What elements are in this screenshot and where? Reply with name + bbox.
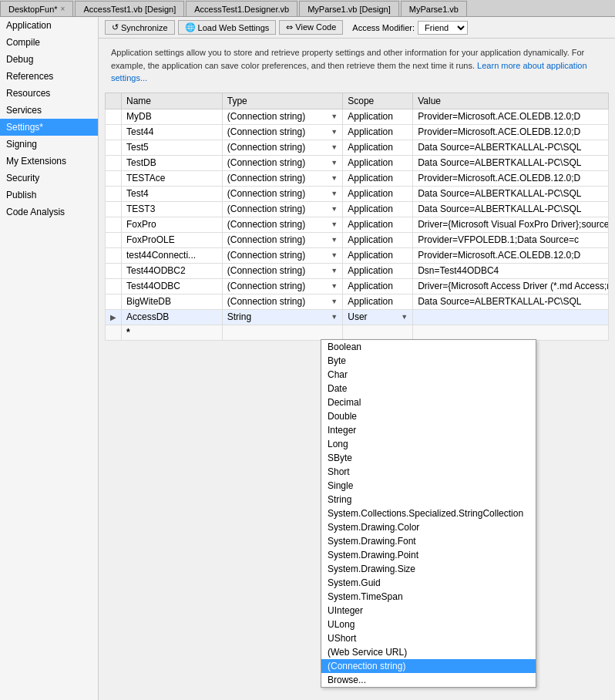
dropdown-item--web-service-url-[interactable]: (Web Service URL) <box>321 645 536 659</box>
table-row[interactable]: FoxProOLE(Connection string)▼Application… <box>106 232 609 247</box>
dropdown-item-browse---[interactable]: Browse... <box>321 673 536 687</box>
new-row-cell-0[interactable] <box>106 325 122 340</box>
dropdown-item-system-guid[interactable]: System.Guid <box>321 576 536 590</box>
sidebar-item-references[interactable]: References <box>0 68 98 85</box>
dropdown-item-system-drawing-size[interactable]: System.Drawing.Size <box>321 562 536 576</box>
dropdown-item-char[interactable]: Char <box>321 368 536 382</box>
row-name[interactable]: MyDB <box>122 109 223 124</box>
row-scope[interactable]: Application <box>343 263 413 278</box>
row-name[interactable]: TestDB <box>122 155 223 170</box>
type-dropdown-arrow[interactable]: ▼ <box>331 159 338 167</box>
row-type[interactable]: (Connection string)▼ <box>222 170 342 186</box>
sidebar-item-resources[interactable]: Resources <box>0 85 98 102</box>
dropdown-item-double[interactable]: Double <box>321 409 536 423</box>
dropdown-item-long[interactable]: Long <box>321 437 536 451</box>
row-scope[interactable]: Application <box>343 140 413 155</box>
row-scope[interactable]: User▼ <box>343 309 413 325</box>
type-dropdown-arrow[interactable]: ▼ <box>331 313 338 321</box>
table-row[interactable]: Test44ODBC2(Connection string)▼Applicati… <box>106 263 609 278</box>
dropdown-item-short[interactable]: Short <box>321 465 536 479</box>
type-dropdown-arrow[interactable]: ▼ <box>331 128 338 136</box>
dropdown-item-date[interactable]: Date <box>321 382 536 395</box>
row-scope[interactable]: Application <box>343 294 413 309</box>
row-name[interactable]: AccessDB <box>122 309 223 325</box>
row-value[interactable]: Dsn=Test44ODBC4 <box>413 263 609 278</box>
type-dropdown-arrow[interactable]: ▼ <box>331 190 338 197</box>
table-row[interactable]: MyDB(Connection string)▼ApplicationProvi… <box>106 109 609 124</box>
view-code-button[interactable]: ⇔ View Code <box>279 20 343 35</box>
type-dropdown-arrow[interactable]: ▼ <box>331 267 338 274</box>
row-type[interactable]: (Connection string)▼ <box>222 124 342 140</box>
table-row[interactable]: TEST3(Connection string)▼ApplicationData… <box>106 201 609 217</box>
table-row[interactable]: FoxPro(Connection string)▼ApplicationDri… <box>106 217 609 232</box>
type-dropdown-arrow[interactable]: ▼ <box>331 298 338 305</box>
row-name[interactable]: Test44ODBC <box>122 278 223 294</box>
sidebar-item-publish[interactable]: Publish <box>0 187 98 204</box>
table-new-row[interactable]: * <box>106 325 609 340</box>
row-value[interactable]: Data Source=ALBERTKALLAL-PC\SQL <box>413 140 609 155</box>
dropdown-item-system-collections-specialized-stringcollection[interactable]: System.Collections.Specialized.StringCol… <box>321 506 536 520</box>
row-name[interactable]: Test5 <box>122 140 223 155</box>
row-type[interactable]: String▼ <box>222 309 342 325</box>
dropdown-item-decimal[interactable]: Decimal <box>321 395 536 409</box>
row-scope[interactable]: Application <box>343 217 413 232</box>
dropdown-item-ushort[interactable]: UShort <box>321 631 536 645</box>
type-dropdown-arrow[interactable]: ▼ <box>331 205 338 213</box>
new-row-cell-3[interactable] <box>343 325 413 340</box>
row-value[interactable] <box>413 309 609 325</box>
row-type[interactable]: (Connection string)▼ <box>222 247 342 263</box>
row-name[interactable]: Test44ODBC2 <box>122 263 223 278</box>
row-value[interactable]: Driver={Microsoft Access Driver (*.md Ac… <box>413 278 609 294</box>
row-name[interactable]: FoxPro <box>122 217 223 232</box>
row-value[interactable]: Data Source=ALBERTKALLAL-PC\SQL <box>413 201 609 217</box>
dropdown-item-system-timespan[interactable]: System.TimeSpan <box>321 590 536 604</box>
table-row[interactable]: Test44(Connection string)▼ApplicationPro… <box>106 124 609 140</box>
row-scope[interactable]: Application <box>343 170 413 186</box>
sidebar-item-code-analysis[interactable]: Code Analysis <box>0 204 98 220</box>
sidebar-item-settings[interactable]: Settings* <box>0 119 98 136</box>
synchronize-button[interactable]: ↺ Synchronize <box>105 20 175 35</box>
sidebar-item-application[interactable]: Application <box>0 17 98 34</box>
type-dropdown-arrow[interactable]: ▼ <box>331 282 338 290</box>
access-modifier-select[interactable]: FriendPublicPrivate <box>418 21 468 35</box>
row-scope[interactable]: Application <box>343 278 413 294</box>
type-dropdown-arrow[interactable]: ▼ <box>331 174 338 182</box>
table-row[interactable]: Test5(Connection string)▼ApplicationData… <box>106 140 609 155</box>
row-type[interactable]: (Connection string)▼ <box>222 217 342 232</box>
type-dropdown-arrow[interactable]: ▼ <box>331 143 338 151</box>
new-row-cell-1[interactable]: * <box>122 325 223 340</box>
type-dropdown-arrow[interactable]: ▼ <box>331 251 338 259</box>
type-dropdown-arrow[interactable]: ▼ <box>331 236 338 244</box>
table-row[interactable]: TestDB(Connection string)▼ApplicationDat… <box>106 155 609 170</box>
tab-accesstest1-design[interactable]: AccessTest1.vb [Design] <box>75 1 184 16</box>
tab-desktopfun[interactable]: DesktopFun*× <box>0 1 73 16</box>
row-value[interactable]: Provider=Microsoft.ACE.OLEDB.12.0;D <box>413 247 609 263</box>
row-value[interactable]: Driver={Microsoft Visual FoxPro Driver};… <box>413 217 609 232</box>
table-row[interactable]: test44Connecti...(Connection string)▼App… <box>106 247 609 263</box>
table-row[interactable]: BigWiteDB(Connection string)▼Application… <box>106 294 609 309</box>
row-value[interactable]: Data Source=ALBERTKALLAL-PC\SQL <box>413 155 609 170</box>
new-row-cell-4[interactable] <box>413 325 609 340</box>
row-type[interactable]: (Connection string)▼ <box>222 155 342 170</box>
row-scope[interactable]: Application <box>343 201 413 217</box>
type-dropdown-arrow[interactable]: ▼ <box>331 220 338 228</box>
row-type[interactable]: (Connection string)▼ <box>222 140 342 155</box>
dropdown-item-single[interactable]: Single <box>321 479 536 493</box>
row-value[interactable]: Provider=Microsoft.ACE.OLEDB.12.0;D <box>413 109 609 124</box>
table-row[interactable]: TESTAce(Connection string)▼ApplicationPr… <box>106 170 609 186</box>
row-name[interactable]: Test44 <box>122 124 223 140</box>
dropdown-item--connection-string-[interactable]: (Connection string) <box>321 659 536 673</box>
load-web-settings-button[interactable]: 🌐 Load Web Settings <box>178 20 277 35</box>
sidebar-item-debug[interactable]: Debug <box>0 51 98 68</box>
row-name[interactable]: BigWiteDB <box>122 294 223 309</box>
row-scope[interactable]: Application <box>343 124 413 140</box>
dropdown-item-system-drawing-point[interactable]: System.Drawing.Point <box>321 548 536 562</box>
sidebar-item-security[interactable]: Security <box>0 170 98 187</box>
dropdown-item-byte[interactable]: Byte <box>321 354 536 368</box>
type-dropdown-arrow[interactable]: ▼ <box>331 113 338 120</box>
row-value[interactable]: Provider=Microsoft.ACE.OLEDB.12.0;D <box>413 124 609 140</box>
dropdown-item-sbyte[interactable]: SByte <box>321 451 536 465</box>
row-type[interactable]: (Connection string)▼ <box>222 263 342 278</box>
row-type[interactable]: (Connection string)▼ <box>222 294 342 309</box>
dropdown-item-boolean[interactable]: Boolean <box>321 340 536 354</box>
